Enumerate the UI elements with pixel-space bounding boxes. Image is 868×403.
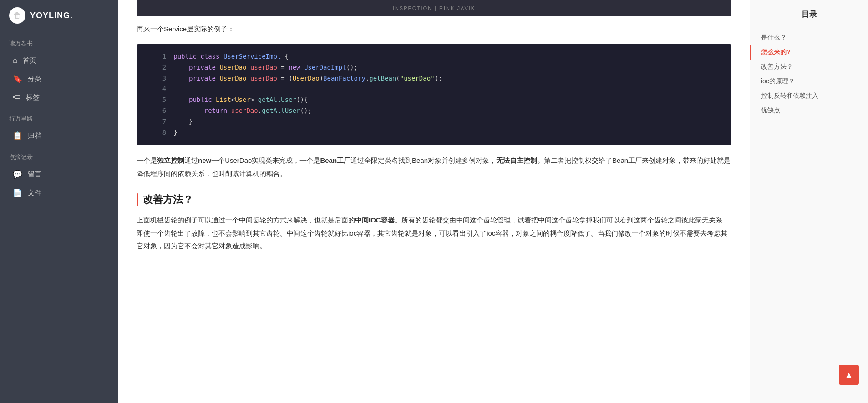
sidebar-item-category[interactable]: 🔖 分类 <box>0 70 118 88</box>
toc-item-what[interactable]: 是什么？ <box>750 30 868 45</box>
section-header-2: 改善方法？ <box>137 193 731 207</box>
section1-title: 读万卷书 <box>0 31 118 51</box>
bold-4: 无法自主控制。 <box>496 156 544 164</box>
section-bar <box>137 193 138 206</box>
archive-icon: 📋 <box>13 131 22 141</box>
paragraph-1: 一个是独立控制通过new一个UserDao实现类来完成，一个是Bean工厂通过全… <box>137 154 731 180</box>
toc-item-ioc-di[interactable]: 控制反转和依赖注入 <box>750 89 868 103</box>
back-to-top-button[interactable]: ▲ <box>839 365 859 385</box>
main-content: INSPECTION | RINK JAVIK 再来一个Service层实际的例… <box>118 0 750 403</box>
logo-area: 🗑 YOYLING. <box>0 0 118 31</box>
sidebar-item-home[interactable]: ⌂ 首页 <box>0 51 118 70</box>
code-row-6: 6 return userDao.getAllUser(); <box>137 106 731 116</box>
file-icon: 📄 <box>13 188 22 198</box>
code-row-7: 7 } <box>137 116 731 127</box>
sidebar-item-label: 归档 <box>28 131 41 140</box>
toc-item-improve[interactable]: 改善方法？ <box>750 60 868 74</box>
bold-5: 中间IOC容器 <box>355 216 395 224</box>
code-row-2: 2 private UserDao userDao = new UserDaoI… <box>137 62 731 73</box>
sidebar: 🗑 YOYLING. 读万卷书 ⌂ 首页 🔖 分类 🏷 标签 行万里路 📋 归档… <box>0 0 118 403</box>
toc-item-ioc-principle[interactable]: ioc的原理？ <box>750 74 868 89</box>
paragraph-2: 上面机械齿轮的例子可以通过一个中间齿轮的方式来解决，也就是后面的中间IOC容器。… <box>137 214 731 253</box>
sidebar-item-label: 标签 <box>26 93 40 102</box>
intro-text: 再来一个Service层实际的例子： <box>137 23 731 35</box>
section2-title: 行万里路 <box>0 106 118 126</box>
sidebar-item-message[interactable]: 💬 留言 <box>0 165 118 184</box>
logo-text: YOYLING. <box>30 11 73 20</box>
sidebar-item-label: 首页 <box>23 56 36 65</box>
code-row-5: 5 public List<User> getAllUser(){ <box>137 95 731 106</box>
message-icon: 💬 <box>13 170 22 179</box>
bold-2: new <box>198 156 211 164</box>
sidebar-item-tags[interactable]: 🏷 标签 <box>0 88 118 106</box>
section3-title: 点滴记录 <box>0 145 118 165</box>
sidebar-item-archive[interactable]: 📋 归档 <box>0 126 118 145</box>
bold-1: 独立控制 <box>157 156 184 164</box>
toc-item-how[interactable]: 怎么来的? <box>750 45 868 60</box>
toc-sidebar: 目录 是什么？ 怎么来的? 改善方法？ ioc的原理？ 控制反转和依赖注入 优缺… <box>750 0 868 403</box>
tag-icon: 🏷 <box>13 93 20 102</box>
code-row-4: 4 <box>137 84 731 95</box>
section-title-2: 改善方法？ <box>143 193 193 207</box>
sidebar-item-label: 文件 <box>28 189 41 197</box>
toc-title: 目录 <box>750 9 868 23</box>
code-row-3: 3 private UserDao userDao = (UserDao)Bea… <box>137 73 731 84</box>
bookmark-icon: 🔖 <box>13 74 22 84</box>
code-block: 1 public class UserServiceImpl { 2 priva… <box>137 44 731 145</box>
sidebar-item-files[interactable]: 📄 文件 <box>0 184 118 202</box>
sidebar-item-label: 分类 <box>28 75 41 83</box>
sidebar-item-label: 留言 <box>28 170 41 179</box>
toc-item-pros-cons[interactable]: 优缺点 <box>750 103 868 118</box>
bold-3: Bean工厂 <box>320 156 350 164</box>
home-icon: ⌂ <box>13 56 17 65</box>
logo-icon: 🗑 <box>9 7 25 24</box>
code-row-1: 1 public class UserServiceImpl { <box>137 51 731 62</box>
code-row-8: 8 } <box>137 127 731 138</box>
header-image: INSPECTION | RINK JAVIK <box>137 0 731 16</box>
